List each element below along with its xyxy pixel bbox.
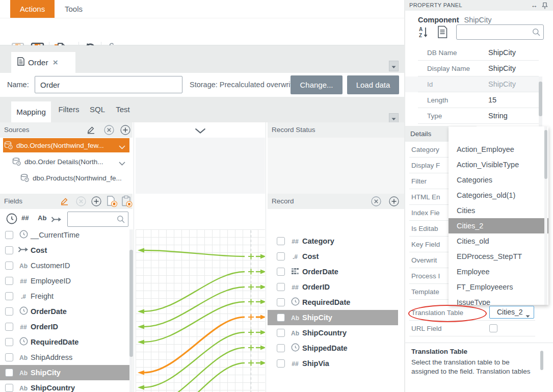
filter-text-icon[interactable]: Ab [38, 214, 46, 222]
remove-record-field-icon[interactable] [371, 196, 381, 208]
field-row[interactable]: AbShipAddress [0, 350, 129, 365]
edit-field-icon[interactable] [60, 197, 69, 207]
source-item[interactable]: dbo.Orders(Northwind_few... [3, 138, 129, 152]
row-checkbox[interactable] [5, 384, 13, 392]
row-checkbox[interactable] [277, 237, 285, 245]
dropdown-scrollbar-thumb[interactable] [544, 130, 547, 179]
property-row[interactable]: Display NameShipCity [405, 61, 539, 76]
url-field-checkbox[interactable] [489, 324, 497, 332]
remove-field-icon[interactable] [76, 196, 86, 208]
dropdown-item[interactable]: Cities_2 [449, 218, 548, 233]
record-row[interactable]: AbShipCity [268, 310, 398, 325]
load-data-button[interactable]: Load data [347, 75, 399, 94]
field-row[interactable]: __CurrentTime [0, 227, 129, 243]
menu-tab-actions[interactable]: Actions [10, 0, 55, 18]
row-checkbox[interactable] [5, 307, 13, 316]
dropdown-item[interactable]: Employee [449, 264, 548, 279]
property-row[interactable]: IdShipCity [405, 76, 539, 92]
dropdown-item[interactable]: Cities_old [449, 233, 548, 249]
tabstrip-dropdown-button[interactable] [389, 61, 399, 71]
source-item[interactable]: dbo.Products(Northwind_fe... [3, 171, 129, 185]
row-checkbox[interactable] [5, 262, 13, 270]
dropdown-scrollbar[interactable] [544, 126, 547, 305]
record-row[interactable]: AbShipCountry [268, 325, 398, 341]
change-button[interactable]: Change... [291, 75, 343, 94]
menu-tab-tools[interactable]: Tools [55, 0, 92, 18]
row-checkbox[interactable] [5, 231, 13, 239]
row-checkbox[interactable] [5, 353, 13, 361]
field-row[interactable]: AbShipCity [0, 365, 129, 380]
fields-scrollbar-thumb[interactable] [129, 250, 133, 357]
dropdown-item[interactable]: EDProcess_StepTT [449, 249, 548, 264]
record-row[interactable]: ShippedDate [268, 341, 398, 356]
dropdown-item[interactable]: Action_Employee [449, 142, 548, 157]
property-scrollbar-thumb[interactable] [539, 82, 542, 116]
dropdown-item[interactable]: Categories_old(1) [449, 188, 548, 203]
record-row[interactable]: ##ShipVia [268, 356, 398, 371]
field-row[interactable]: ##OrderID [0, 319, 129, 334]
chevron-down-icon[interactable] [119, 160, 125, 167]
row-checkbox[interactable] [5, 277, 13, 285]
source-item[interactable]: dbo.Order Details(North... [3, 154, 129, 169]
add-source-icon[interactable] [120, 125, 130, 137]
dropdown-item[interactable]: Cities [449, 203, 548, 218]
tab-test[interactable]: Test [113, 97, 133, 122]
row-checkbox[interactable] [277, 252, 285, 260]
row-checkbox[interactable] [277, 283, 285, 291]
row-checkbox[interactable] [277, 359, 285, 368]
tab-order[interactable]: Order × [11, 52, 75, 73]
help-scrollbar-thumb[interactable] [540, 351, 543, 370]
record-row[interactable]: ##Category [268, 233, 398, 249]
tab-mapping[interactable]: Mapping [11, 101, 51, 122]
sort-az-icon[interactable]: AZ [418, 26, 430, 41]
filter-reference-icon[interactable] [51, 216, 62, 225]
copy-fields-icon[interactable] [106, 195, 118, 209]
row-checkbox[interactable] [5, 369, 13, 377]
property-row[interactable]: DB NameShipCity [405, 45, 539, 61]
filter-integer-icon[interactable]: ## [21, 214, 29, 222]
filter-datetime-icon[interactable] [6, 213, 17, 226]
property-row[interactable]: TypeString [405, 108, 539, 124]
row-checkbox[interactable] [5, 246, 13, 254]
translation-table-combobox[interactable]: Cities_2 [489, 306, 534, 319]
add-record-field-icon[interactable] [389, 196, 399, 208]
close-tab-icon[interactable]: × [53, 59, 58, 66]
row-checkbox[interactable] [277, 344, 285, 352]
row-checkbox[interactable] [277, 313, 285, 322]
property-row[interactable]: Length15 [405, 92, 539, 108]
fields-scrollbar[interactable] [129, 229, 133, 392]
dropdown-item[interactable]: IssueType [449, 295, 548, 305]
tab-filters[interactable]: Filters [56, 97, 82, 122]
undock-icon[interactable]: ↔ [531, 0, 538, 11]
fields-search-input[interactable] [71, 212, 115, 227]
pin-icon[interactable] [542, 2, 548, 13]
remove-source-icon[interactable] [104, 125, 114, 137]
record-row[interactable]: .#Cost [268, 249, 398, 264]
field-row[interactable]: RequiredDate [0, 334, 129, 350]
name-input[interactable] [35, 76, 182, 93]
field-row[interactable]: ##EmployeeID [0, 273, 129, 289]
field-row[interactable]: OrderDate [0, 304, 129, 319]
row-checkbox[interactable] [277, 298, 285, 306]
field-row[interactable]: Cost [0, 243, 129, 258]
dropdown-item[interactable]: Categories [449, 172, 548, 188]
row-checkbox[interactable] [277, 268, 285, 276]
dropdown-item[interactable]: FT_Employeeers [449, 279, 548, 295]
viewtabs-dropdown-button[interactable] [389, 113, 399, 123]
field-row[interactable]: AbShipCountry [0, 380, 129, 392]
field-row[interactable]: .#Freight [0, 289, 129, 304]
record-row[interactable]: ##OrderID [268, 279, 398, 295]
dropdown-item[interactable]: Action_VisibleType [449, 157, 548, 172]
row-checkbox[interactable] [277, 329, 285, 337]
property-search-input[interactable] [460, 25, 522, 40]
document-lines-icon[interactable] [437, 25, 448, 41]
chevron-down-icon[interactable] [119, 143, 125, 151]
edit-source-icon[interactable] [87, 125, 95, 136]
paste-fields-icon[interactable] [120, 195, 133, 209]
field-row[interactable]: AbCustomerID [0, 258, 129, 273]
tab-sql[interactable]: SQL [88, 97, 107, 122]
record-row[interactable]: RequiredDate [268, 295, 398, 310]
row-checkbox[interactable] [5, 338, 13, 346]
row-checkbox[interactable] [5, 292, 13, 300]
add-field-icon[interactable] [91, 196, 101, 208]
